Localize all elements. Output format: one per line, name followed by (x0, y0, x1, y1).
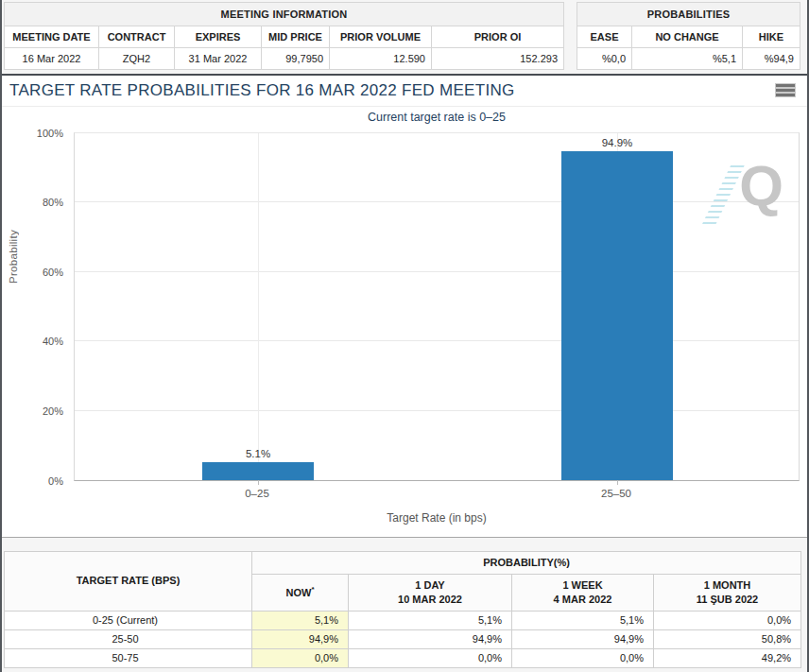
no-change-value: %5,1 (632, 48, 743, 70)
probabilities-value-row: %0,0 %5,1 %94,9 (577, 48, 800, 70)
month-value: 0,0% (654, 611, 801, 629)
quikstrike-watermark: Q (702, 164, 783, 226)
ytick-20: 20% (43, 405, 63, 417)
row-label: 25-50 (5, 629, 252, 648)
target-rate-chart-panel: TARGET RATE PROBABILITIES FOR 16 MAR 202… (2, 74, 807, 538)
month-value: 49,2% (654, 648, 801, 667)
top-summary-strip: MEETING INFORMATION MEETING DATE CONTRAC… (2, 0, 807, 74)
col-prior-oi: PRIOR OI (432, 26, 564, 48)
y-axis-ticks: 0% 20% 40% 60% 80% 100% (2, 132, 68, 481)
prior-volume-value: 12.590 (330, 48, 432, 70)
day-value: 0,0% (349, 648, 512, 667)
bar-value-label: 94.9% (602, 137, 633, 148)
ytick-40: 40% (43, 336, 63, 347)
probabilities-header-row: EASE NO CHANGE HIKE (577, 26, 800, 48)
week-value: 94,9% (512, 629, 654, 648)
chart-subtitle: Current target rate is 0–25 (74, 111, 800, 124)
bar-value-label: 5.1% (246, 448, 270, 459)
xtick-0-25: 0–25 (245, 488, 269, 499)
bar-slot-0-25: 5.1% (202, 133, 314, 480)
x-axis-ticks: 0–25 25–50 (74, 488, 800, 503)
hike-value: %94,9 (743, 48, 800, 70)
col-contract: CONTRACT (99, 26, 175, 48)
col-ease: EASE (577, 26, 632, 48)
col-no-change: NO CHANGE (632, 26, 743, 48)
month-value: 50,8% (654, 629, 801, 648)
chart-title: TARGET RATE PROBABILITIES FOR 16 MAR 202… (2, 81, 515, 100)
probabilities-summary-title: PROBABILITIES (577, 2, 800, 26)
col-1-day: 1 DAY10 MAR 2022 (349, 574, 512, 611)
meeting-info-header-row: MEETING DATE CONTRACT EXPIRES MID PRICE … (5, 26, 564, 48)
meeting-info-value-row: 16 Mar 2022 ZQH2 31 Mar 2022 99,7950 12.… (5, 48, 564, 70)
ytick-80: 80% (43, 197, 63, 208)
probability-history-strip: TARGET RATE (BPS) PROBABILITY(%) NOW* 1 … (2, 538, 807, 672)
col-1-week: 1 WEEK4 MAR 2022 (512, 574, 654, 611)
week-value: 5,1% (512, 611, 654, 629)
col-expires: EXPIRES (175, 26, 262, 48)
ease-value: %0,0 (577, 48, 632, 70)
group-header-row: TARGET RATE (BPS) PROBABILITY(%) (5, 552, 801, 575)
now-value: 0,0% (252, 648, 349, 667)
meeting-information-title: MEETING INFORMATION (4, 2, 564, 26)
probability-history-table: TARGET RATE (BPS) PROBABILITY(%) NOW* 1 … (4, 551, 801, 668)
chart-body: Current target rate is 0–25 Probability … (2, 107, 807, 537)
x-tickmark-cat2 (617, 480, 618, 485)
table-row-25-50: 25-50 94,9% 94,9% 94,9% 50,8% (5, 629, 801, 648)
bar-0-25[interactable] (202, 462, 314, 480)
gridline-20 (75, 410, 799, 411)
chart-title-bar: TARGET RATE PROBABILITIES FOR 16 MAR 202… (2, 76, 807, 107)
prior-oi-value: 152.293 (432, 48, 564, 70)
col-mid-price: MID PRICE (262, 26, 330, 48)
col-hike: HIKE (743, 26, 800, 48)
bar-25-50[interactable] (561, 151, 673, 480)
x-tickmark-cat1 (258, 480, 259, 485)
ytick-0: 0% (48, 475, 63, 487)
col-meeting-date: MEETING DATE (5, 26, 99, 48)
now-value: 94,9% (252, 629, 349, 648)
target-rate-bps-header: TARGET RATE (BPS) (5, 552, 252, 612)
ytick-100: 100% (37, 128, 63, 139)
day-value: 94,9% (349, 629, 512, 648)
hamburger-menu-icon[interactable] (776, 84, 795, 98)
col-1-month: 1 MONTH11 ŞUB 2022 (654, 574, 801, 611)
meeting-date-value: 16 Mar 2022 (5, 48, 99, 70)
bar-slot-25-50: 94.9% (561, 133, 673, 480)
plot-area: 5.1% 94.9% Q (74, 132, 800, 481)
probability-group-header: PROBABILITY(%) (252, 552, 801, 575)
expires-value: 31 Mar 2022 (175, 48, 262, 70)
gridline-40 (75, 340, 799, 341)
ytick-60: 60% (43, 267, 63, 278)
contract-value: ZQH2 (99, 48, 175, 70)
x-axis-title: Target Rate (in bps) (74, 511, 800, 525)
col-now: NOW* (252, 574, 349, 611)
day-value: 5,1% (349, 611, 512, 629)
row-label: 0-25 (Current) (5, 611, 252, 629)
table-row-50-75: 50-75 0,0% 0,0% 0,0% 49,2% (5, 648, 801, 667)
gridline-80 (75, 201, 799, 202)
col-prior-volume: PRIOR VOLUME (330, 26, 432, 48)
mid-price-value: 99,7950 (262, 48, 330, 70)
week-value: 0,0% (512, 648, 654, 667)
now-asterisk: * (311, 585, 314, 594)
table-row-0-25: 0-25 (Current) 5,1% 5,1% 5,1% 0,0% (5, 611, 801, 629)
watermark-q-logo: Q (739, 158, 783, 215)
gridline-60 (75, 271, 799, 272)
now-value: 5,1% (252, 611, 349, 629)
fedwatch-panel: MEETING INFORMATION MEETING DATE CONTRAC… (0, 0, 809, 672)
xtick-25-50: 25–50 (601, 488, 631, 499)
probabilities-summary-table: PROBABILITIES EASE NO CHANGE HIKE %0,0 %… (577, 2, 800, 70)
row-label: 50-75 (5, 648, 252, 667)
meeting-information-table: MEETING INFORMATION MEETING DATE CONTRAC… (4, 2, 564, 70)
